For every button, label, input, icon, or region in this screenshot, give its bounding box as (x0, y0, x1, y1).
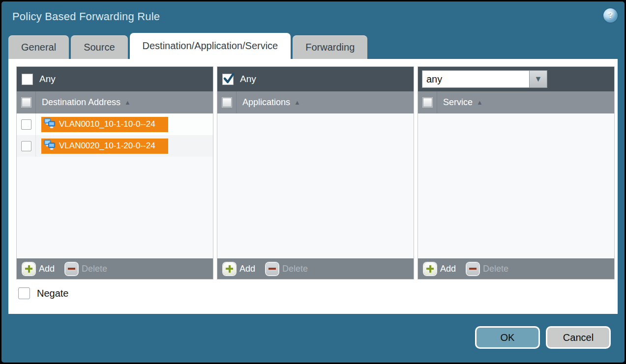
panel-group: Any Destination Address ▲ (16, 66, 615, 280)
cancel-button[interactable]: Cancel (546, 326, 611, 349)
destination-any-label: Any (39, 74, 56, 84)
delete-button[interactable]: Delete (65, 263, 107, 275)
destination-any-bar: Any (17, 67, 213, 91)
destination-column-header: Destination Address ▲ (17, 91, 213, 113)
applications-column-label[interactable]: Applications (242, 97, 290, 108)
applications-any-label: Any (240, 74, 256, 84)
checkmark-icon (222, 72, 236, 85)
tab-content: Any Destination Address ▲ (8, 59, 618, 314)
tab-destination-application-service[interactable]: Destination/Application/Service (130, 33, 291, 59)
panel-destination-address: Any Destination Address ▲ (16, 66, 213, 280)
negate-checkbox[interactable] (18, 287, 30, 299)
dropdown-button[interactable]: ▼ (529, 70, 547, 88)
sort-asc-icon[interactable]: ▲ (124, 99, 131, 106)
service-column-label[interactable]: Service (443, 97, 473, 108)
panel-service: ▼ Service ▲ (417, 66, 615, 280)
ok-button[interactable]: OK (475, 326, 540, 349)
service-select-all-checkbox[interactable] (423, 98, 432, 107)
destination-select-all-checkbox[interactable] (22, 98, 31, 107)
row-checkbox[interactable] (21, 119, 31, 130)
negate-option: Negate (18, 287, 69, 299)
address-object-chip[interactable]: VLAN0020_10-1-20-0--24 (41, 139, 168, 154)
panel-applications: Any Applications ▲ (217, 66, 414, 280)
tab-general[interactable]: General (8, 35, 69, 59)
minus-icon (266, 263, 278, 275)
address-object-icon (44, 140, 56, 153)
destination-toolbar: Add Delete (17, 258, 213, 279)
destination-column-label[interactable]: Destination Address (42, 97, 120, 108)
address-object-label: VLAN0010_10-1-10-0--24 (59, 119, 155, 129)
applications-select-all-checkbox[interactable] (222, 98, 232, 107)
destination-any-checkbox[interactable] (22, 74, 33, 85)
applications-any-checkbox[interactable] (222, 74, 234, 85)
delete-button[interactable]: Delete (266, 263, 308, 275)
destination-list: VLAN0010_10-1-10-0--24 (17, 113, 213, 258)
service-column-header: Service ▲ (418, 91, 614, 113)
negate-label: Negate (37, 288, 69, 299)
plus-icon (424, 263, 436, 275)
dialog-window: Policy Based Forwarding Rule ? General S… (0, 0, 626, 364)
minus-icon (467, 263, 479, 275)
dialog-title: Policy Based Forwarding Rule (12, 10, 160, 23)
table-row[interactable]: VLAN0010_10-1-10-0--24 (17, 113, 213, 135)
delete-button[interactable]: Delete (467, 263, 508, 275)
tab-forwarding[interactable]: Forwarding (293, 35, 367, 59)
address-object-chip[interactable]: VLAN0010_10-1-10-0--24 (41, 117, 168, 132)
chevron-down-icon: ▼ (535, 75, 542, 83)
tab-bar: General Source Destination/Application/S… (8, 33, 367, 59)
address-object-label: VLAN0020_10-1-20-0--24 (59, 141, 155, 151)
plus-icon (23, 263, 35, 275)
add-button[interactable]: Add (424, 263, 456, 275)
table-row[interactable]: VLAN0020_10-1-20-0--24 (17, 135, 213, 157)
address-object-icon (44, 118, 56, 131)
service-toolbar: Add Delete (418, 258, 614, 279)
service-list (418, 113, 614, 258)
dialog-frame: Policy Based Forwarding Rule ? General S… (1, 1, 625, 363)
applications-toolbar: Add Delete (217, 258, 414, 279)
minus-icon (65, 263, 78, 275)
add-button[interactable]: Add (223, 263, 255, 275)
service-type-dropdown: ▼ (422, 70, 547, 88)
tab-source[interactable]: Source (71, 35, 127, 59)
sort-asc-icon[interactable]: ▲ (477, 99, 483, 106)
applications-column-header: Applications ▲ (217, 91, 414, 113)
add-button[interactable]: Add (23, 263, 55, 275)
plus-icon (223, 263, 236, 275)
applications-any-bar: Any (217, 67, 414, 91)
row-checkbox[interactable] (21, 141, 31, 151)
applications-list (217, 113, 414, 258)
service-dropdown-bar: ▼ (418, 67, 614, 91)
service-type-input[interactable] (422, 70, 529, 88)
help-icon[interactable]: ? (603, 8, 618, 23)
sort-asc-icon[interactable]: ▲ (294, 99, 300, 106)
